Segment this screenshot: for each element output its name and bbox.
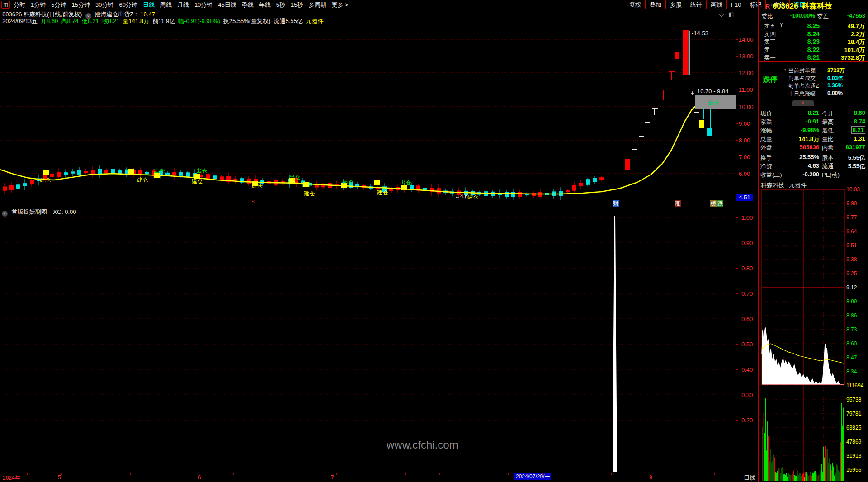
volume-bar	[840, 442, 841, 481]
volume-bar	[785, 475, 786, 481]
exit-zone-label: 出仓	[708, 99, 719, 106]
signal-square	[128, 169, 134, 174]
candle-body	[389, 189, 393, 191]
time-axis-tick	[130, 473, 131, 475]
buy-signal-label: 建仓	[251, 183, 262, 189]
shortcut-tag[interactable]: 跌	[717, 200, 723, 207]
volume-bar	[817, 476, 817, 481]
indicator-axis-label: 1.00	[741, 214, 753, 221]
volume-bar	[819, 474, 819, 481]
axis-tick	[736, 369, 738, 370]
volume-bar	[792, 474, 792, 481]
volume-bar	[777, 471, 778, 481]
sell-signal-label: 出仓	[400, 180, 411, 186]
candle-body	[165, 173, 170, 175]
volume-bar	[771, 463, 771, 481]
axis-tick	[736, 157, 738, 157]
volume-bar	[838, 470, 838, 481]
minichart-volume-label: 95738	[846, 397, 861, 403]
volume-bar	[776, 473, 777, 481]
volume-bar	[811, 477, 811, 481]
axis-tick	[736, 174, 738, 174]
candle-body	[145, 172, 149, 175]
shortcut-tag[interactable]: 涨	[675, 200, 681, 207]
time-axis-tick	[714, 473, 715, 475]
candle-body	[247, 179, 251, 184]
volume-bar	[820, 471, 820, 481]
volume-bar	[822, 472, 823, 481]
time-axis-tick	[371, 473, 371, 475]
minichart-volume-label: 111694	[846, 383, 863, 389]
volume-bar	[835, 473, 835, 481]
volume-bar	[802, 474, 803, 481]
axis-tick	[736, 293, 738, 294]
indicator-axis-label: 0.80	[741, 265, 753, 272]
indicator-axis-label: 0.50	[741, 341, 753, 348]
volume-bar	[839, 472, 839, 481]
s-mark: S	[251, 199, 255, 204]
time-axis-tick	[27, 473, 28, 475]
volume-bar	[807, 474, 807, 481]
volume-bar	[827, 449, 827, 481]
volume-bar	[813, 473, 814, 481]
axis-tick	[736, 420, 738, 421]
axis-tick	[736, 90, 738, 90]
candle-body	[71, 171, 75, 174]
candle-body	[675, 52, 679, 59]
minichart-price-label: 9.12	[846, 284, 857, 291]
watermark: www.cfchi.com	[387, 439, 458, 451]
indicator-chevron-icon[interactable]: ∨	[2, 211, 8, 217]
period-label[interactable]: 日线	[744, 474, 755, 482]
volume-bar	[842, 426, 843, 481]
volume-bar	[775, 472, 776, 481]
candle-body	[206, 174, 210, 179]
volume-bar	[795, 476, 796, 481]
candle-body	[16, 184, 20, 189]
candle-body	[91, 170, 95, 174]
main-chart-canvas[interactable]: 出仓10.70 - 9.84-14.53建仓建仓建仓建仓建仓建仓出仓出仓出仓出仓…	[0, 0, 736, 473]
minichart-price-label: 10.03	[846, 186, 860, 193]
minichart-price-label: 9.90	[846, 200, 857, 207]
candle-body	[213, 175, 217, 179]
time-axis-tick	[542, 473, 543, 475]
volume-bar	[797, 471, 797, 481]
shortcut-tag[interactable]: 榜	[710, 200, 717, 207]
candle-body	[84, 171, 88, 173]
volume-bar	[812, 473, 813, 481]
candle-body	[572, 185, 576, 191]
volume-bar	[837, 465, 837, 481]
sell-signal-label: 出仓	[289, 174, 300, 180]
candle-body	[77, 170, 81, 175]
volume-bar	[805, 472, 806, 481]
candle-body	[118, 170, 122, 174]
intraday-minichart[interactable]	[758, 0, 868, 482]
panel-divider	[0, 207, 758, 207]
indicator-header[interactable]: ∨ 首版捉妖副图 XG: 0.00	[2, 208, 76, 217]
volume-bar	[821, 470, 821, 481]
indicator-axis-label: 0.40	[741, 366, 753, 373]
candle-body	[30, 180, 34, 184]
minichart-volume-label: 15956	[846, 467, 861, 473]
time-axis-tick	[680, 473, 680, 475]
limit-board-dash	[639, 136, 644, 137]
volume-bar	[824, 458, 825, 481]
volume-bar	[789, 475, 789, 481]
volume-bar	[804, 477, 805, 481]
volume-bar	[825, 446, 826, 481]
volume-bar	[781, 468, 781, 481]
shortcut-tag[interactable]: 财	[613, 200, 619, 207]
candle-body	[186, 172, 190, 177]
time-axis-label: 2024年	[3, 474, 20, 482]
volume-bar	[832, 463, 833, 481]
volume-bar	[772, 461, 772, 481]
candle-body	[179, 172, 183, 176]
buy-signal-label: 建仓	[39, 177, 51, 183]
buy-signal-label: 建仓	[377, 189, 388, 196]
time-axis-tick	[199, 473, 199, 475]
price-axis-label: 12.00	[739, 70, 754, 76]
time-axis-tick	[646, 473, 646, 475]
price-axis-label: 6.00	[739, 170, 750, 177]
axis-tick	[736, 39, 738, 40]
volume-bar	[764, 433, 765, 481]
volume-bar	[828, 463, 828, 481]
